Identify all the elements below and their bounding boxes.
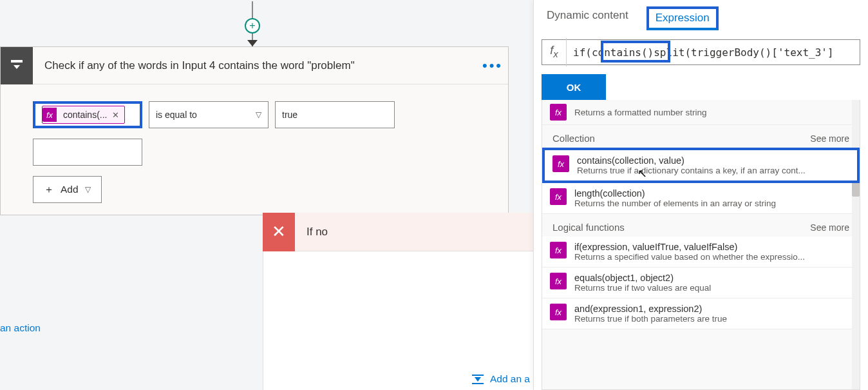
condition-title: Check if any of the words in Input 4 con…	[33, 59, 477, 72]
category-label: Collection	[552, 133, 595, 144]
fn-item-and[interactable]: fx and(expression1, expression2) Returns…	[542, 298, 860, 329]
fn-name: if(expression, valueIfTrue, valueIfFalse…	[574, 242, 805, 252]
add-action-label-left: an action	[0, 322, 41, 333]
add-action-icon	[472, 375, 484, 384]
condition-body: fx contains(... ✕ is equal to ▽ true ＋	[1, 84, 508, 215]
function-list: fx Returns a formatted number string Col…	[542, 100, 860, 390]
fx-icon: fx	[550, 104, 567, 121]
plus-icon: ＋	[44, 183, 54, 197]
expression-input-row: fx	[542, 39, 860, 65]
ok-button[interactable]: OK	[542, 74, 606, 100]
close-icon: ✕	[272, 222, 286, 242]
add-action-label: Add an a	[490, 373, 530, 385]
fn-item-formatted[interactable]: fx Returns a formatted number string	[542, 100, 860, 125]
fn-desc: Returns a formatted number string	[574, 108, 707, 117]
see-more-collection[interactable]: See more	[810, 133, 849, 144]
token-remove-button[interactable]: ✕	[111, 110, 120, 120]
fn-item-if[interactable]: fx if(expression, valueIfTrue, valueIfFa…	[542, 237, 860, 268]
condition-header: Check if any of the words in Input 4 con…	[1, 47, 508, 84]
fn-desc: Returns the number of elements in an arr…	[574, 199, 776, 208]
add-label: Add	[61, 184, 79, 195]
fn-desc: Returns a specified value based on wheth…	[574, 252, 805, 262]
add-condition-button[interactable]: ＋ Add ▽	[33, 176, 102, 203]
category-label: Logical functions	[552, 222, 625, 233]
flow-canvas: + Check if any of the words in Input 4 c…	[0, 0, 868, 390]
condition-menu-button[interactable]: •••	[477, 57, 508, 74]
tab-expression[interactable]: Expression	[646, 6, 719, 30]
condition-icon	[1, 47, 33, 84]
add-action-button-yes[interactable]: an action	[0, 322, 41, 334]
chevron-down-icon: ▽	[256, 110, 261, 119]
condition-right-value[interactable]: true	[275, 101, 395, 128]
operator-label: is equal to	[156, 110, 197, 120]
see-more-logical[interactable]: See more	[810, 222, 849, 233]
condition-operator-select[interactable]: is equal to ▽	[149, 101, 269, 128]
fn-desc: Returns true if a dictionary contains a …	[577, 166, 806, 175]
right-value-text: true	[282, 110, 297, 120]
fn-desc: Returns true if both parameters are true	[574, 314, 727, 324]
dynamic-content-panel: Dynamic content Expression fx OK fx Retu…	[533, 0, 868, 390]
branch-no-body: Add an a	[263, 251, 540, 390]
fx-icon: fx	[550, 273, 567, 289]
expression-input[interactable]	[567, 40, 860, 64]
condition-card: Check if any of the words in Input 4 con…	[0, 46, 509, 215]
connector-arrow	[247, 40, 258, 46]
expression-token[interactable]: fx contains(... ✕	[42, 106, 125, 124]
fn-name: contains(collection, value)	[577, 155, 806, 166]
chevron-down-icon: ▽	[85, 185, 91, 194]
fn-name: length(collection)	[574, 188, 776, 199]
branch-no-header: ✕ If no	[263, 213, 540, 251]
fn-desc: Returns true if two values are equal	[574, 283, 711, 293]
fx-icon: fx	[550, 242, 567, 258]
branch-no-icon: ✕	[263, 213, 295, 251]
fx-icon: fx	[42, 108, 57, 122]
fn-item-equals[interactable]: fx equals(object1, object2) Returns true…	[542, 268, 860, 298]
condition-row: fx contains(... ✕ is equal to ▽ true	[33, 101, 476, 128]
category-logical: Logical functions See more	[542, 214, 860, 237]
tab-dynamic-content[interactable]: Dynamic content	[547, 9, 628, 30]
fx-icon: fx	[550, 304, 567, 320]
fn-name: and(expression1, expression2)	[574, 304, 727, 314]
add-step-button[interactable]: +	[245, 18, 260, 34]
fn-name: equals(object1, object2)	[574, 273, 711, 283]
fx-icon: fx	[550, 188, 567, 205]
fn-item-contains[interactable]: fx contains(collection, value) Returns t…	[542, 148, 860, 183]
condition-left-empty[interactable]	[33, 139, 142, 166]
fn-item-length[interactable]: fx length(collection) Returns the number…	[542, 183, 860, 214]
scrollbar-track[interactable]	[852, 100, 860, 389]
fx-icon: fx	[542, 38, 567, 66]
fx-icon: fx	[552, 155, 569, 172]
condition-left-value[interactable]: fx contains(... ✕	[33, 101, 142, 128]
add-action-button-no[interactable]: Add an a	[472, 373, 530, 385]
panel-tabs: Dynamic content Expression	[534, 0, 868, 30]
category-collection: Collection See more	[542, 125, 860, 148]
branch-no-title: If no	[295, 226, 328, 239]
expression-token-label: contains(...	[63, 110, 107, 120]
if-no-branch: ✕ If no Add an a	[263, 213, 540, 390]
